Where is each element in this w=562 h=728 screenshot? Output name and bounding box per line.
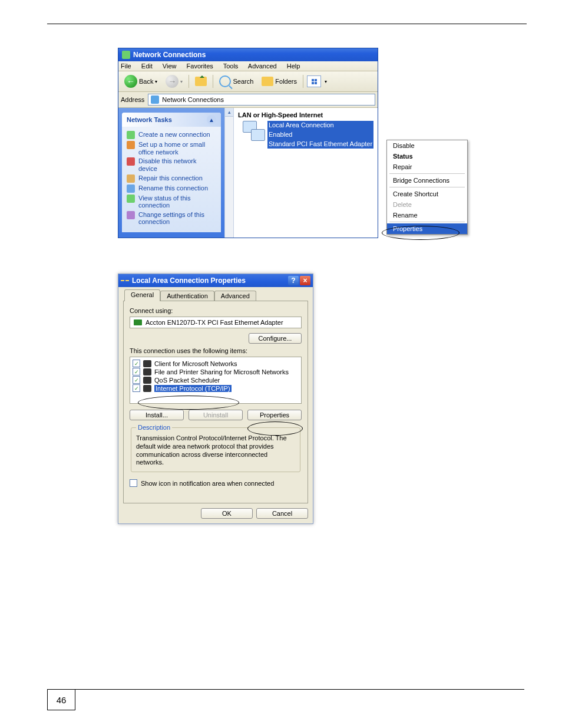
folders-label: Folders (275, 78, 297, 85)
ctx-status[interactable]: Status (387, 151, 467, 162)
checkbox[interactable]: ✓ (133, 376, 140, 384)
ctx-separator (389, 222, 465, 222)
ctx-separator (389, 173, 465, 174)
task-label: Disable this network device (138, 157, 216, 172)
adapter-field[interactable]: Accton EN1207D-TX PCI Fast Ethernet Adap… (130, 317, 302, 328)
ctx-repair[interactable]: Repair (387, 162, 467, 172)
close-button[interactable]: × (300, 276, 310, 285)
task-rename-connection[interactable]: Rename this connection (127, 185, 216, 193)
window-network-connections: Network Connections File Edit View Favor… (118, 48, 378, 238)
menu-file[interactable]: File (121, 62, 131, 70)
collapse-icon[interactable]: ▲ (207, 115, 216, 124)
titlebar-2[interactable]: Local Area Connection Properties ? × (118, 274, 313, 287)
status-icon (127, 195, 135, 203)
task-change-settings[interactable]: Change settings of this connection (127, 211, 216, 226)
connection-adapter: Standard PCI Fast Ethernet Adapter (267, 140, 373, 149)
menu-view[interactable]: View (163, 62, 177, 70)
network-icon (151, 95, 159, 104)
back-button[interactable]: ← Back ▾ (122, 74, 160, 89)
list-item[interactable]: ✓ QoS Packet Scheduler (133, 376, 299, 384)
ctx-disable[interactable]: Disable (387, 140, 467, 151)
protocol-icon (143, 385, 151, 392)
menu-advanced[interactable]: Advanced (248, 62, 277, 70)
toolbar-separator (303, 75, 303, 88)
cancel-button[interactable]: Cancel (256, 508, 308, 519)
dialog-lan-properties: Local Area Connection Properties ? × Gen… (118, 274, 313, 524)
address-label: Address (121, 96, 144, 103)
annotation-ellipse (247, 421, 303, 436)
tab-authentication[interactable]: Authentication (160, 291, 214, 301)
views-button[interactable] (307, 75, 321, 87)
menu-tools[interactable]: Tools (223, 62, 239, 70)
tab-panel-general: Connect using: Accton EN1207D-TX PCI Fas… (123, 301, 308, 503)
list-item[interactable]: ✓ Internet Protocol (TCP/IP) (133, 384, 299, 392)
back-arrow-icon: ← (124, 75, 137, 88)
dropdown-caret-icon[interactable]: ▾ (180, 79, 183, 84)
search-label: Search (233, 78, 253, 85)
item-label: QoS Packet Scheduler (154, 377, 220, 384)
search-button[interactable]: Search (217, 74, 256, 88)
task-label: View status of this connection (138, 195, 216, 209)
titlebar-1[interactable]: Network Connections (118, 48, 378, 61)
forward-arrow-icon: → (166, 75, 178, 88)
service-icon (143, 377, 151, 384)
settings-icon (127, 211, 135, 219)
scrollbar[interactable]: ▴ (225, 108, 234, 238)
adapter-icon (134, 319, 142, 325)
connection-name: Local Area Connection (267, 121, 373, 130)
back-label: Back (139, 78, 153, 85)
address-input[interactable]: Network Connections (148, 94, 375, 106)
menu-favorites[interactable]: Favorites (187, 62, 213, 70)
tab-advanced[interactable]: Advanced (214, 291, 256, 301)
task-setup-home-network[interactable]: Set up a home or small office network (127, 141, 216, 156)
show-icon-row[interactable]: ✓ Show icon in notification area when co… (130, 479, 302, 487)
install-button[interactable]: Install... (130, 410, 184, 420)
page-number: 46 (47, 690, 75, 710)
checkbox[interactable]: ✓ (133, 368, 140, 375)
annotation-ellipse (382, 226, 459, 240)
context-menu: Disable Status Repair Bridge Connections… (386, 140, 468, 235)
toolbar-separator (189, 75, 189, 88)
help-button[interactable]: ? (288, 276, 299, 285)
ctx-create-shortcut[interactable]: Create Shortcut (387, 189, 467, 199)
menu-help[interactable]: Help (287, 62, 300, 70)
section-heading: LAN or High-Speed Internet (238, 111, 378, 118)
show-icon-label: Show icon in notification area when conn… (141, 480, 274, 487)
checkbox[interactable]: ✓ (130, 479, 137, 487)
task-view-status[interactable]: View status of this connection (127, 195, 216, 209)
dropdown-caret-icon[interactable]: ▾ (325, 79, 327, 84)
list-item[interactable]: ✓ File and Printer Sharing for Microsoft… (133, 368, 299, 375)
checkbox[interactable]: ✓ (133, 384, 140, 392)
menu-edit[interactable]: Edit (141, 62, 153, 70)
dropdown-caret-icon[interactable]: ▾ (155, 79, 157, 84)
checkbox[interactable]: ✓ (133, 360, 140, 367)
tab-general[interactable]: General (124, 289, 160, 301)
task-label: Repair this connection (138, 174, 203, 183)
dialog-button-row: OK Cancel (118, 503, 313, 523)
ctx-rename[interactable]: Rename (387, 210, 467, 220)
properties-button[interactable]: Properties (247, 410, 302, 420)
task-sidepanel: Network Tasks ▲ Create a new connection … (118, 108, 224, 238)
ctx-separator (389, 187, 465, 187)
network-tasks-header[interactable]: Network Tasks ▲ (122, 113, 221, 127)
scroll-up-icon[interactable]: ▴ (225, 108, 233, 117)
ok-button[interactable]: OK (201, 508, 253, 519)
ctx-bridge[interactable]: Bridge Connections (387, 175, 467, 186)
connection-item[interactable]: Local Area Connection Enabled Standard P… (242, 121, 378, 149)
page-footer: 46 (47, 689, 524, 710)
folders-button[interactable]: Folders (259, 75, 299, 87)
forward-button[interactable]: → ▾ (163, 74, 185, 89)
up-button[interactable] (193, 75, 209, 87)
folder-up-icon (195, 77, 207, 86)
list-item[interactable]: ✓ Client for Microsoft Networks (133, 360, 299, 367)
address-bar: Address Network Connections (118, 92, 378, 108)
configure-button[interactable]: Configure... (249, 333, 302, 344)
task-disable-device[interactable]: Disable this network device (127, 157, 216, 172)
service-icon (143, 368, 151, 375)
description-heading: Description (136, 424, 172, 431)
connect-using-label: Connect using: (130, 307, 302, 314)
task-repair-connection[interactable]: Repair this connection (127, 174, 216, 183)
task-label: Rename this connection (138, 185, 208, 193)
tasks-heading: Network Tasks (127, 116, 172, 123)
task-create-connection[interactable]: Create a new connection (127, 131, 216, 139)
